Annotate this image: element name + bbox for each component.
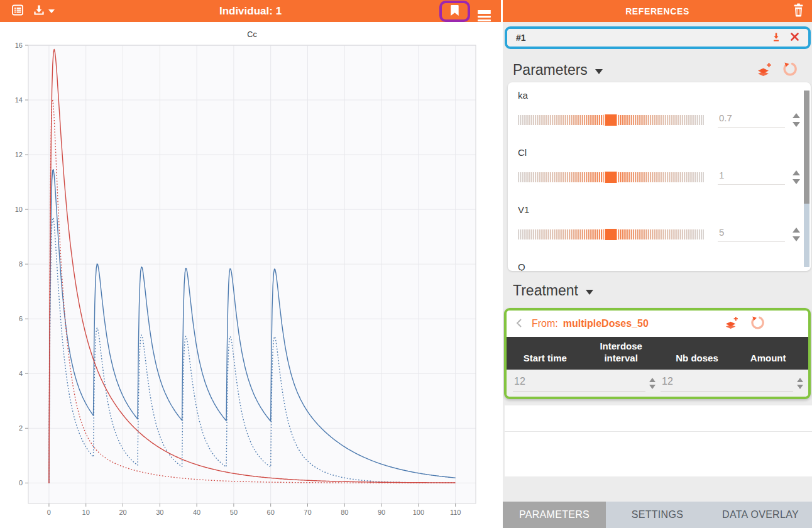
tab-data-overlay[interactable]: DATA OVERLAY [709, 502, 812, 528]
bottom-tabs: PARAMETERS SETTINGS DATA OVERLAY [503, 502, 812, 528]
increment-button[interactable] [793, 170, 800, 175]
close-icon [790, 32, 799, 43]
svg-text:100: 100 [413, 509, 424, 516]
svg-text:30: 30 [156, 509, 163, 516]
tab-parameters[interactable]: PARAMETERS [503, 502, 606, 528]
increment-button[interactable] [793, 113, 800, 118]
v1-stepper [793, 228, 800, 241]
v1-slider[interactable] [518, 229, 704, 239]
references-panel: REFERENCES #1 [503, 0, 812, 528]
parameter-label: V1 [518, 204, 801, 215]
svg-text:20: 20 [119, 509, 126, 516]
increment-button[interactable] [793, 228, 800, 233]
svg-text:Cc: Cc [247, 30, 256, 39]
add-treatment-reference-button[interactable] [724, 316, 738, 331]
column-header-start-time: Start time [513, 353, 578, 365]
svg-text:110: 110 [450, 509, 461, 516]
cl-value-field[interactable] [718, 170, 785, 185]
tab-settings[interactable]: SETTINGS [606, 502, 709, 528]
reference-row-highlight-annotation: #1 [505, 26, 811, 49]
svg-text:40: 40 [193, 509, 200, 516]
slider-handle[interactable] [604, 229, 618, 240]
list-item [505, 405, 812, 432]
increment-button[interactable] [797, 378, 803, 382]
parameter-row-v1: V1 [518, 204, 801, 244]
cl-stepper [793, 170, 800, 184]
delete-references-button[interactable] [793, 3, 804, 19]
decrement-button[interactable] [793, 122, 800, 127]
bookmark-button[interactable] [450, 4, 459, 18]
reference-export-button[interactable] [771, 32, 781, 44]
treatment-section-title: Treatment [513, 282, 578, 299]
data-table-icon [11, 4, 24, 18]
chevron-down-icon [595, 69, 603, 74]
data-table-button[interactable] [11, 4, 24, 18]
parameter-label: ka [518, 90, 801, 101]
treatment-from-label: From: [532, 318, 558, 329]
menu-button[interactable] [478, 8, 491, 14]
svg-text:6: 6 [19, 315, 23, 322]
start-time-field[interactable] [513, 376, 645, 392]
download-icon [33, 4, 45, 18]
interdose-interval-stepper [797, 378, 803, 389]
svg-text:8: 8 [19, 260, 23, 268]
reset-icon [750, 316, 764, 332]
parameter-row-cl: Cl [518, 147, 801, 187]
svg-text:12: 12 [15, 151, 23, 158]
trash-icon [793, 9, 804, 19]
svg-text:90: 90 [378, 509, 385, 516]
svg-text:60: 60 [267, 509, 275, 516]
references-title: REFERENCES [503, 6, 812, 16]
cl-slider[interactable] [518, 172, 704, 182]
v1-value-field[interactable] [718, 227, 785, 242]
svg-text:10: 10 [15, 206, 23, 213]
decrement-button[interactable] [797, 385, 803, 389]
slider-handle[interactable] [604, 114, 618, 126]
parameter-label: Cl [518, 147, 801, 158]
svg-text:14: 14 [15, 96, 23, 104]
nb-doses-field[interactable] [808, 376, 811, 392]
ka-value-field[interactable] [718, 113, 785, 128]
treatment-from-value[interactable]: multipleDoses_50 [563, 318, 649, 329]
svg-text:0: 0 [47, 509, 51, 516]
treatment-source-row: From: multipleDoses_50 [507, 311, 808, 337]
reset-parameters-button[interactable] [782, 62, 797, 79]
parameters-section-header[interactable]: Parameters [513, 62, 803, 79]
references-header: REFERENCES [503, 0, 812, 22]
decrement-button[interactable] [649, 385, 656, 389]
parameter-label: Q [518, 261, 801, 271]
interdose-interval-field[interactable] [661, 376, 793, 392]
scrollbar-thumb[interactable] [804, 91, 809, 204]
ka-stepper [793, 113, 800, 127]
svg-text:70: 70 [304, 509, 311, 516]
add-layer-icon [756, 62, 772, 79]
treatment-table-header: Start time Interdose interval Nb doses A… [507, 337, 808, 370]
chevron-left-icon [515, 317, 523, 330]
chart-toolbar: Individual: 1 [0, 0, 503, 22]
export-chart-button[interactable] [33, 4, 55, 18]
svg-text:10: 10 [82, 509, 90, 516]
ka-slider[interactable] [518, 115, 704, 125]
reference-remove-button[interactable] [790, 32, 799, 43]
concentration-chart: 01020304050607080901001100246810121416Cc [0, 22, 503, 528]
decrement-button[interactable] [793, 236, 800, 241]
reset-treatment-button[interactable] [750, 316, 764, 332]
svg-text:50: 50 [230, 509, 238, 516]
empty-list-rows [505, 405, 812, 476]
reference-item[interactable]: #1 [507, 29, 808, 47]
svg-text:16: 16 [15, 41, 23, 49]
bookmark-highlight-annotation [439, 1, 470, 22]
svg-text:0: 0 [19, 479, 23, 487]
column-header-nb-doses: Nb doses [665, 353, 730, 365]
chevron-down-icon [586, 290, 593, 295]
start-time-stepper [649, 378, 656, 389]
slider-handle[interactable] [604, 172, 618, 183]
treatment-back-button[interactable] [515, 317, 523, 330]
decrement-button[interactable] [793, 179, 800, 184]
add-parameters-reference-button[interactable] [756, 62, 772, 79]
column-header-amount: Amount [734, 353, 802, 365]
parameters-scrollbar[interactable] [804, 91, 809, 267]
treatment-section-header[interactable]: Treatment [513, 282, 803, 299]
download-icon [771, 32, 781, 44]
increment-button[interactable] [649, 378, 656, 382]
